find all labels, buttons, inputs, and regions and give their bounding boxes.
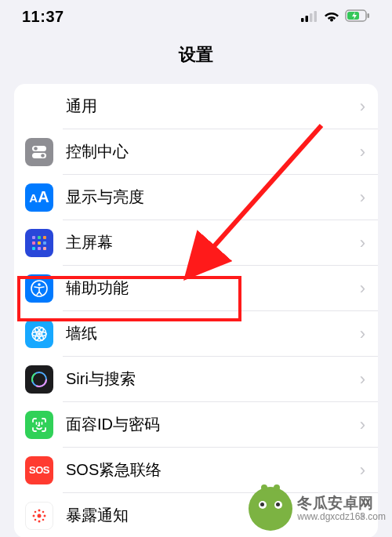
watermark: 冬瓜安卓网 www.dgxcdz168.com [249, 487, 386, 531]
svg-rect-2 [310, 13, 313, 22]
svg-point-30 [38, 513, 42, 517]
chevron-right-icon: › [360, 142, 365, 162]
chevron-right-icon: › [360, 187, 365, 208]
wallpaper-icon [25, 320, 53, 348]
row-sos[interactable]: SOS SOS紧急联络 › [14, 448, 378, 492]
sos-icon: SOS [25, 456, 53, 484]
svg-point-35 [34, 510, 37, 513]
settings-card: 通用 › 控制中心 › AA 显示与亮度 › 主屏幕 › 辅助功能 › 墙纸 ›… [14, 84, 378, 537]
svg-point-23 [38, 332, 41, 336]
exposure-icon [25, 502, 53, 530]
chevron-right-icon: › [360, 233, 365, 253]
home-grid-icon [25, 229, 53, 257]
row-label: 显示与亮度 [66, 187, 360, 208]
chevron-right-icon: › [360, 324, 365, 344]
chevron-right-icon: › [360, 278, 365, 299]
watermark-url: www.dgxcdz168.com [297, 512, 386, 523]
toggles-icon [25, 138, 53, 166]
watermark-title: 冬瓜安卓网 [297, 495, 386, 512]
chevron-right-icon: › [360, 96, 365, 117]
svg-rect-15 [38, 241, 41, 245]
row-label: Siri与搜索 [66, 368, 360, 390]
svg-point-32 [38, 520, 41, 522]
row-label: 控制中心 [66, 141, 360, 162]
row-label: 辅助功能 [66, 278, 360, 299]
svg-rect-19 [43, 247, 46, 250]
svg-point-36 [42, 510, 45, 513]
svg-point-31 [38, 509, 41, 511]
svg-rect-14 [32, 241, 35, 245]
svg-point-8 [34, 147, 38, 151]
battery-icon [345, 8, 370, 26]
row-label: 墙纸 [66, 323, 360, 344]
chevron-right-icon: › [360, 369, 365, 390]
row-faceid[interactable]: 面容ID与密码 › [14, 402, 378, 447]
svg-point-38 [42, 518, 45, 521]
svg-rect-12 [38, 236, 41, 239]
svg-rect-18 [38, 247, 41, 250]
svg-point-37 [34, 518, 37, 521]
svg-rect-1 [306, 16, 309, 22]
row-home-screen[interactable]: 主屏幕 › [14, 220, 378, 265]
status-time: 11:37 [22, 8, 64, 26]
status-indicators [301, 8, 370, 26]
svg-rect-11 [32, 236, 35, 239]
svg-point-34 [44, 514, 46, 517]
row-label: 主屏幕 [66, 232, 360, 253]
svg-rect-0 [301, 18, 304, 22]
svg-rect-3 [314, 11, 318, 22]
svg-rect-13 [43, 236, 46, 239]
svg-point-21 [38, 283, 41, 286]
row-wallpaper[interactable]: 墙纸 › [14, 311, 378, 356]
row-control-center[interactable]: 控制中心 › [14, 129, 378, 174]
text-size-icon: AA [25, 183, 53, 212]
row-label: 通用 [66, 96, 360, 117]
svg-point-33 [33, 514, 35, 517]
row-label: 面容ID与密码 [66, 414, 360, 435]
gear-icon [25, 93, 53, 121]
cellular-icon [301, 8, 318, 26]
row-display[interactable]: AA 显示与亮度 › [14, 175, 378, 220]
svg-rect-17 [32, 247, 35, 250]
accessibility-icon [25, 274, 53, 303]
svg-point-10 [41, 154, 45, 158]
row-label: SOS紧急联络 [66, 459, 360, 481]
wifi-icon [323, 8, 340, 26]
status-bar: 11:37 [0, 0, 392, 29]
chevron-right-icon: › [360, 460, 365, 481]
chevron-right-icon: › [360, 415, 365, 435]
row-siri[interactable]: Siri与搜索 › [14, 357, 378, 401]
row-accessibility[interactable]: 辅助功能 › [14, 266, 378, 310]
svg-rect-16 [43, 241, 46, 245]
page-title: 设置 [0, 29, 392, 84]
row-general[interactable]: 通用 › [14, 84, 378, 129]
siri-icon [25, 365, 53, 394]
faceid-icon [25, 411, 53, 439]
svg-rect-6 [368, 13, 370, 18]
watermark-logo-icon [249, 487, 292, 531]
